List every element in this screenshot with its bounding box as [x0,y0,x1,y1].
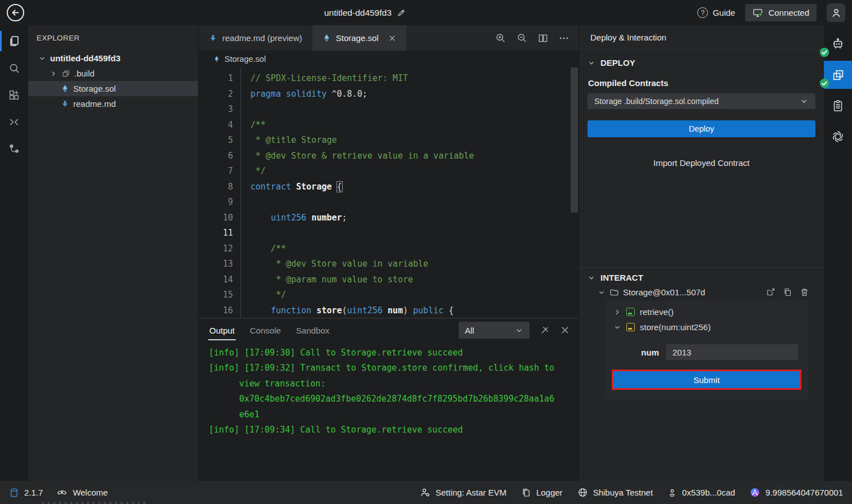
guide-label: Guide [712,8,735,17]
files-icon [7,34,21,48]
statusbar-right-group: Setting: Astar EVM Logger Shibuya Testne… [405,487,843,498]
method-store-row[interactable]: store(num:uint256) [605,320,808,335]
root-folder-label: untitled-dd459fd3 [50,53,120,63]
deployed-contract-row[interactable]: Storage@0x01...507d [579,287,824,297]
balance-item[interactable]: 9.998564047670001 [750,487,843,498]
tab-storage-sol[interactable]: Storage.sol [312,25,406,51]
tab-sandbox[interactable]: Sandbox [296,326,329,335]
welcome-label: Welcome [73,488,107,497]
tree-item-build[interactable]: .build [28,66,198,81]
ai-assistant-button[interactable] [824,123,852,151]
logger-pages-icon [521,488,531,498]
setting-label: Setting: Astar EVM [436,488,506,497]
tab-readme-md[interactable]: readme.md (preview) [199,25,312,51]
compiled-contracts-select[interactable]: Storage .build/Storage.sol.compiled [588,93,815,109]
markdown-icon [61,100,69,108]
code-editor[interactable]: 12345678910111213141516 // SPDX-License-… [199,68,579,318]
deploy-panel-button[interactable] [824,61,852,89]
more-actions-icon[interactable] [558,33,570,44]
compiler-robot-button[interactable] [824,30,852,58]
robot-icon [831,37,845,51]
chevron-down-icon [613,323,621,331]
version-item[interactable]: 2.1.7 [9,488,43,498]
tree-item-readme-md[interactable]: readme.md [28,96,198,111]
method-retrieve-row[interactable]: retrieve() [605,304,808,320]
split-editor-icon[interactable] [537,33,549,44]
tab-output[interactable]: Output [209,326,235,335]
tree-item-storage-sol[interactable]: Storage.sol [28,81,198,96]
method-store-label: store(num:uint256) [640,322,711,332]
tree-root-folder[interactable]: untitled-dd459fd3 [28,51,198,66]
deploy-button[interactable]: Deploy [588,120,815,137]
network-item[interactable]: Shibuya Testnet [577,487,653,498]
view-method-icon [626,308,635,316]
extensions-icon [8,89,20,101]
welcome-item[interactable]: Welcome [56,487,107,498]
arrow-left-icon [11,8,20,17]
build-folder-label: .build [74,69,95,78]
zoom-out-icon[interactable] [516,32,528,44]
tab-label: readme.md (preview) [222,33,302,43]
avatar[interactable] [827,3,845,22]
activity-git-button[interactable] [0,136,28,163]
back-button[interactable] [7,4,24,21]
git-branch-icon [8,143,20,155]
import-deployed-contract-link[interactable]: Import Deployed Contract [588,158,815,168]
markdown-icon [209,34,217,42]
editor-scrollbar[interactable] [571,68,578,213]
clipped-row-artifact [42,502,149,504]
chevron-down-icon [515,326,523,335]
search-icon [8,62,21,75]
address-item[interactable]: 0x539b...0cad [667,488,735,497]
editor-tab-bar: readme.md (preview) Storage.sol [199,25,579,51]
activity-bar [0,25,28,481]
edit-pencil-icon[interactable] [397,8,406,17]
chevron-down-icon [800,97,809,106]
tab-console[interactable]: Console [250,326,281,335]
delete-icon[interactable] [800,287,809,297]
tab-label: Storage.sol [336,33,379,43]
log-filter-value: All [465,326,474,335]
activity-files-button[interactable] [0,28,28,55]
editor-actions [495,25,579,51]
title-bar: untitled-dd459fd3 ? Guide Connected [0,0,852,25]
guide-button[interactable]: ? Guide [697,7,735,18]
clear-output-icon[interactable] [539,325,550,336]
logger-item[interactable]: Logger [521,488,563,498]
close-tab-icon[interactable] [388,34,396,42]
ethereum-icon [322,34,331,42]
num-input[interactable] [666,344,798,360]
chevron-right-icon [613,308,621,316]
deploy-section: DEPLOY Compiled Contracts Storage .build… [579,50,824,168]
check-badge [819,78,830,89]
num-parameter-row: num [605,344,798,360]
activity-plugins-button[interactable] [0,82,28,109]
open-external-icon[interactable] [766,287,775,297]
zoom-in-icon[interactable] [495,32,506,44]
output-tab-bar: Output Console Sandbox All [199,318,579,342]
output-panel: Output Console Sandbox All [199,318,579,481]
deploy-section-header[interactable]: DEPLOY [588,58,815,68]
log-filter-select[interactable]: All [459,322,530,339]
compiled-contracts-label: Compiled Contracts [588,78,815,88]
activity-collapse-button[interactable] [0,109,28,136]
logger-label: Logger [536,488,563,497]
output-controls: All [459,322,579,339]
submit-button[interactable]: Submit [613,371,800,388]
close-panel-icon[interactable] [560,325,570,335]
wallet-person-icon [667,488,677,497]
interact-section-header[interactable]: INTERACT [579,273,824,282]
storage-sol-label: Storage.sol [73,84,116,93]
setting-item[interactable]: Setting: Astar EVM [420,487,506,498]
folder-icon [609,287,619,297]
deployed-contract-label: Storage@0x01...507d [623,287,705,297]
panel-divider [579,267,824,268]
scan-report-button[interactable] [824,92,852,120]
activity-search-button[interactable] [0,55,28,82]
contract-actions [766,287,809,297]
line-number-gutter: 12345678910111213141516 [199,71,240,318]
code-lines: // SPDX-License-Identifier: MITpragma so… [240,68,579,318]
copy-icon[interactable] [783,287,792,297]
chevron-down-icon [598,289,606,296]
connected-button[interactable]: Connected [745,4,817,21]
